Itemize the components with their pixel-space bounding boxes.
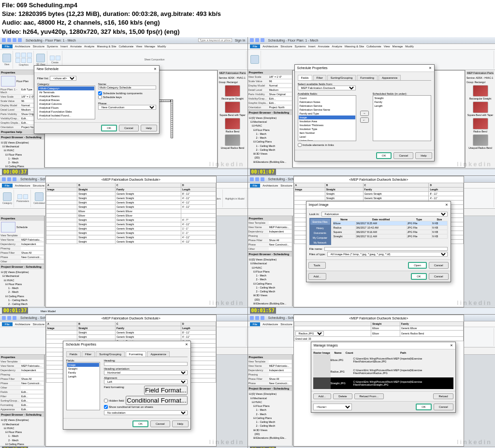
window-titlebar: Scheduling - Floor Plan: 1 - Mech Sign I… <box>0 37 248 44</box>
ok-button[interactable]: OK <box>376 152 392 159</box>
new-schedule-dialog: New Schedule✕ Filter list: <show all> Ca… <box>34 65 160 134</box>
help-button[interactable]: Help <box>172 420 189 427</box>
manage-images-dialog: Manage Images✕ Raster ImageNameCountPath… <box>311 342 456 413</box>
filter-select[interactable]: <show all> <box>50 76 76 81</box>
open-button[interactable]: Open <box>408 262 427 269</box>
add-field-button[interactable]: → <box>360 111 369 116</box>
filename-input[interactable] <box>324 247 448 251</box>
frame-2: Scheduling - Floor Plan: 1 - Mech FileAr… <box>248 37 495 175</box>
close-icon[interactable]: ✕ <box>185 343 188 347</box>
schedule-view[interactable]: <MEP Fabrication Ductwork Schedule> ABCD… <box>45 176 217 307</box>
help-button[interactable]: Help <box>415 152 432 159</box>
schedule-name-input[interactable] <box>98 86 156 89</box>
cancel-button[interactable]: Cancel <box>393 152 413 159</box>
scheduled-fields[interactable]: StraightFamilyLength <box>373 95 431 141</box>
thumbnail-grid: Scheduling - Floor Plan: 1 - Mech Sign I… <box>0 37 495 448</box>
frame-6: Scheduling - Schedule: MEP Fabrication D… <box>248 315 495 448</box>
fields-list[interactable]: Image Straight Family Length <box>66 362 100 410</box>
ok-button[interactable]: OK <box>132 420 148 427</box>
frame-5: Scheduling - Schedule: MEP Fabrication D… <box>0 315 248 448</box>
frame-4: Scheduling - Schedule: MEP Fabrication D… <box>248 176 495 314</box>
image-row[interactable]: Radius.JPGC:\Users\Eric Wing\Pictures\Re… <box>313 366 453 377</box>
category-list[interactable]: <Multi-Category>Air TerminalsAnalytical … <box>37 86 95 119</box>
close-icon[interactable]: ✕ <box>429 66 432 70</box>
media-info: File: 069 Scheduling.mp4 Size: 12820395 … <box>0 0 495 37</box>
ok-button[interactable]: OK <box>416 404 432 410</box>
dialog-tabs[interactable]: FieldsFilterSorting/GroupingFormattingAp… <box>298 75 431 81</box>
heading-input[interactable] <box>104 362 188 366</box>
image-row[interactable]: Elbow.JPGC:\Users\Eric Wing\Pictures\Rev… <box>313 354 453 366</box>
places-bar[interactable]: Exercise Files History Documents My Comp… <box>309 218 331 245</box>
image-row-selected[interactable]: Straight.JPGC:\Users\Eric Wing\Pictures\… <box>313 377 453 389</box>
close-icon[interactable]: ✕ <box>450 344 453 347</box>
cancel-button[interactable]: Cancel <box>119 125 139 131</box>
schedule-props-dialog: Schedule Properties✕ FieldsFilterSorting… <box>294 64 435 161</box>
cancel-button[interactable]: Cancel <box>434 404 453 410</box>
remove-field-button[interactable]: ← <box>360 117 369 123</box>
ok-button[interactable]: OK <box>101 125 117 131</box>
help-button[interactable]: Help <box>141 125 157 131</box>
frame-3: Scheduling - Schedule: MEP Fabrication D… <box>0 176 248 314</box>
menubar[interactable]: FileArchitectureStructureSystemsInsertAn… <box>0 44 248 50</box>
available-fields[interactable]: CountFabrication NotesFabrication Servic… <box>298 95 356 141</box>
phase-select[interactable]: New Construction <box>98 105 156 110</box>
cancel-button[interactable]: Cancel <box>429 262 449 269</box>
search-input[interactable] <box>198 38 232 42</box>
import-image-dialog: Import Image✕ Look in: Fabrication Exerc… <box>306 201 451 282</box>
schedule-props-formatting-dialog: Schedule Properties✕ FieldsFilterSorting… <box>63 341 191 430</box>
frame-1: Scheduling - Floor Plan: 1 - Mech Sign I… <box>0 37 248 175</box>
close-icon[interactable]: ✕ <box>445 203 448 207</box>
cancel-button[interactable]: Cancel <box>150 420 170 427</box>
close-icon[interactable]: ✕ <box>154 67 157 71</box>
file-list[interactable]: NameDate modifiedTypeSize Elbow3/6/2017 … <box>333 218 448 239</box>
